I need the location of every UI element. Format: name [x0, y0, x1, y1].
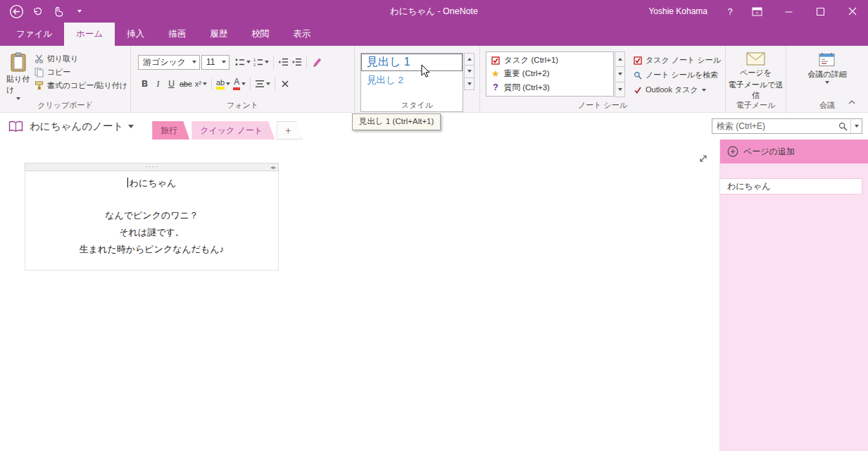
highlight-label: ab	[216, 78, 225, 89]
underline-button[interactable]: U	[165, 77, 178, 92]
highlight-button[interactable]: ab	[215, 77, 232, 92]
tab-review[interactable]: 校閲	[239, 23, 281, 46]
superscript-label: x²	[195, 80, 201, 88]
close-button[interactable]	[836, 0, 868, 23]
add-page-label: ページの追加	[743, 146, 795, 158]
decrease-indent-button[interactable]	[277, 55, 290, 70]
page-item[interactable]: わにちゃん	[720, 178, 862, 194]
gallery-more-button[interactable]	[464, 78, 474, 90]
tab-view[interactable]: 表示	[281, 23, 322, 46]
ribbon-display-options-button[interactable]	[741, 0, 773, 23]
qat-customize-button[interactable]	[69, 1, 90, 21]
tab-insert[interactable]: 挿入	[115, 23, 156, 46]
tab-draw[interactable]: 描画	[156, 23, 198, 46]
clear-formatting-button[interactable]	[278, 77, 291, 92]
calendar-icon	[819, 52, 835, 67]
tag-important[interactable]: ★ 重要 (Ctrl+2)	[491, 67, 613, 80]
tag-scroll-up-button[interactable]	[615, 51, 625, 67]
cut-button[interactable]: 切り取り	[33, 52, 129, 66]
style-heading1[interactable]: 見出し 1	[361, 54, 463, 71]
search-icon[interactable]	[835, 122, 850, 131]
italic-label: I	[157, 79, 160, 89]
search-input[interactable]	[712, 121, 835, 131]
section-tab-quick-notes[interactable]: クイック ノート	[191, 121, 275, 140]
chevron-down-icon	[855, 125, 859, 128]
svg-text:1: 1	[253, 58, 256, 62]
font-name-select[interactable]: 游ゴシック	[138, 55, 200, 70]
group-styles: 見出し 1 見出し 2 スタイル	[355, 46, 480, 112]
numbered-list-icon: 12	[253, 58, 263, 67]
back-button[interactable]	[6, 1, 27, 21]
divider	[273, 56, 274, 68]
divider	[306, 56, 307, 68]
tag-task[interactable]: タスク (Ctrl+1)	[491, 54, 613, 67]
meeting-details-button[interactable]: 会議の詳細	[807, 52, 846, 84]
email-page-button[interactable]: ページを 電子メールで送信	[726, 52, 786, 100]
touch-mouse-mode-button[interactable]	[48, 1, 69, 21]
divider	[211, 78, 212, 90]
notebook-dropdown[interactable]: わにちゃんのノート	[30, 120, 134, 133]
font-group-label: フォント	[131, 100, 354, 111]
tab-history[interactable]: 履歴	[198, 23, 239, 46]
tab-home[interactable]: ホーム	[64, 23, 115, 46]
find-tags-button[interactable]: ノート シールを検索	[632, 68, 722, 82]
search-scope-caret[interactable]	[851, 125, 862, 128]
note-line[interactable]: 生まれた時からピンクなんだもん♪	[31, 241, 272, 258]
page-list: わにちゃん	[720, 163, 868, 451]
styles-group-label: スタイル	[355, 100, 479, 111]
font-color-button[interactable]: A	[232, 77, 247, 92]
tag-question[interactable]: ? 質問 (Ctrl+3)	[491, 81, 613, 94]
task-tag-button[interactable]: タスク ノート シール	[632, 53, 722, 68]
page-canvas[interactable]: ···· ◂▸ わにちゃん なんでピンクのワニ？ それは謎です。 生まれた時から…	[0, 140, 719, 451]
numbered-list-button[interactable]: 12	[252, 55, 270, 70]
note-line[interactable]: なんでピンクのワニ？	[31, 207, 272, 224]
star-icon: ★	[491, 70, 500, 78]
tab-file[interactable]: ファイル	[4, 23, 64, 46]
copy-icon	[34, 68, 44, 78]
notebook-dropdown-caret	[128, 125, 134, 128]
paragraph-alignment-button[interactable]	[253, 77, 272, 92]
bold-label: B	[141, 79, 148, 89]
superscript-button[interactable]: x²	[194, 77, 208, 92]
outlook-tasks-button[interactable]: Outlook タスク	[632, 82, 722, 97]
add-page-button[interactable]: ページの追加	[720, 140, 868, 163]
user-name[interactable]: Yoshie Kohama	[637, 6, 719, 16]
help-button[interactable]: ?	[719, 6, 741, 17]
italic-button[interactable]: I	[151, 77, 165, 92]
gallery-scroll-up-button[interactable]	[464, 53, 474, 66]
search-box	[712, 118, 862, 134]
font-size-select[interactable]: 11	[201, 55, 229, 70]
style-heading2[interactable]: 見出し 2	[361, 71, 463, 89]
note-line[interactable]: それは謎です。	[31, 224, 272, 241]
collapse-ribbon-button[interactable]	[844, 97, 860, 108]
find-tags-label: ノート シールを検索	[646, 70, 718, 80]
todo-checkbox-icon	[491, 56, 500, 65]
minimize-button[interactable]	[773, 0, 805, 23]
quick-access-toolbar	[0, 1, 90, 21]
bold-button[interactable]: B	[138, 77, 151, 92]
notebook-name: わにちゃんのノート	[30, 120, 123, 133]
undo-button[interactable]	[27, 1, 48, 21]
email-page-label-line2: 電子メールで送信	[726, 80, 786, 100]
maximize-button[interactable]	[805, 0, 836, 23]
scissors-icon	[34, 54, 44, 63]
add-section-button[interactable]: +	[277, 121, 302, 140]
note-body[interactable]: わにちゃん なんでピンクのワニ？ それは謎です。 生まれた時からピンクなんだもん…	[25, 171, 279, 271]
tag-scroll-down-button[interactable]	[615, 66, 625, 82]
strikethrough-button[interactable]: abc	[178, 77, 194, 92]
format-painter-button[interactable]: 書式のコピー/貼り付け	[33, 79, 129, 92]
gallery-scroll-down-button[interactable]	[464, 65, 474, 78]
note-container[interactable]: ···· ◂▸ わにちゃん なんでピンクのワニ？ それは謎です。 生まれた時から…	[25, 163, 279, 271]
note-title[interactable]: わにちゃん	[31, 175, 272, 192]
copy-button[interactable]: コピー	[33, 66, 129, 79]
find-tags-icon	[634, 71, 642, 80]
bullet-list-button[interactable]	[234, 55, 252, 70]
gallery-more-icon	[467, 82, 472, 85]
section-tab-travel[interactable]: 旅行	[152, 121, 189, 140]
tag-more-button[interactable]	[615, 82, 625, 97]
resize-arrows-icon[interactable]: ◂▸	[270, 164, 276, 171]
note-move-handle[interactable]: ···· ◂▸	[25, 163, 279, 171]
increase-indent-button[interactable]	[290, 55, 303, 70]
full-page-view-button[interactable]	[698, 154, 708, 166]
format-brush-button[interactable]	[310, 55, 323, 70]
